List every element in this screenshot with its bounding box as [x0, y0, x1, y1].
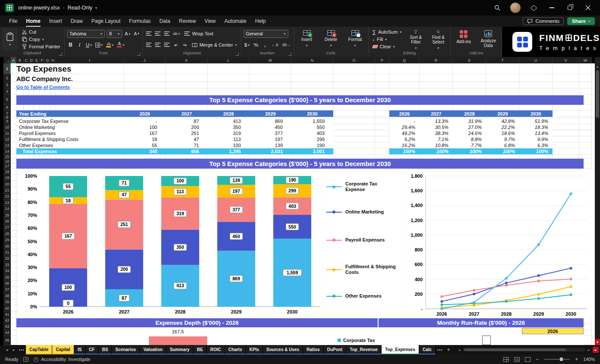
- total-pct-cell[interactable]: 100%: [420, 149, 453, 154]
- number-format-combo[interactable]: General▾: [243, 30, 288, 38]
- row-header-32[interactable]: 32: [3, 256, 11, 262]
- expense-pct-cell[interactable]: 7.1%: [420, 137, 453, 142]
- expense-value-cell[interactable]: 100: [208, 143, 249, 148]
- menu-home[interactable]: Home: [22, 17, 44, 25]
- zoom-level[interactable]: 140%: [583, 357, 595, 362]
- add-sheet-button[interactable]: +: [444, 345, 453, 355]
- row-header-37[interactable]: 37: [3, 287, 11, 293]
- menu-formulas[interactable]: Formulas: [125, 17, 155, 25]
- expense-pct-cell[interactable]: 27.0%: [453, 125, 486, 130]
- column-header-F[interactable]: F: [40, 57, 45, 63]
- accounting-format-button[interactable]: $▾: [243, 41, 251, 49]
- expense-value-cell[interactable]: 55: [124, 143, 166, 148]
- expense-row-label[interactable]: Online Marketing: [16, 125, 124, 130]
- hscroll-track[interactable]: [463, 348, 585, 351]
- expense-value-cell[interactable]: 190: [291, 143, 333, 148]
- delete-cells-button[interactable]: × Delete ▾: [320, 28, 342, 50]
- alignment-dialog-launcher[interactable]: [236, 53, 239, 56]
- row-header-26[interactable]: 26: [3, 218, 11, 224]
- sheet-tab-top-expenses[interactable]: Top_Expenses: [382, 345, 419, 355]
- decrease-font-size-button[interactable]: A▾: [133, 30, 140, 38]
- expense-value-cell[interactable]: 319: [208, 131, 249, 136]
- font-size-combo[interactable]: 8▾: [107, 30, 122, 38]
- tabs-scroll-right-icon[interactable]: ▸: [10, 345, 17, 355]
- column-header-A[interactable]: A: [11, 57, 16, 63]
- row-header-29[interactable]: 29: [3, 237, 11, 243]
- row-header-36[interactable]: 36: [3, 280, 11, 286]
- table-header-year[interactable]: 2029: [249, 111, 291, 116]
- column-header-R[interactable]: R: [420, 57, 453, 63]
- vertical-scrollbar[interactable]: ▴ ▾: [595, 63, 600, 345]
- horizontal-scrollbar[interactable]: ◂ ▸ ▸: [455, 345, 600, 355]
- tabs-overflow-right[interactable]: •••: [436, 345, 444, 355]
- sheet-tab-charts[interactable]: Charts: [225, 345, 246, 355]
- pct-header-year[interactable]: 2030: [519, 111, 553, 116]
- chevron-down-icon[interactable]: ▾: [95, 6, 97, 10]
- underline-button[interactable]: U▾: [85, 41, 93, 49]
- expense-pct-cell[interactable]: 16.2%: [389, 143, 420, 148]
- pct-header-year[interactable]: 2029: [486, 111, 519, 116]
- expense-value-cell[interactable]: 200: [166, 125, 208, 130]
- row-header-45[interactable]: 45: [3, 336, 11, 345]
- expense-pct-cell[interactable]: 13.3%: [420, 119, 453, 124]
- row-header-33[interactable]: 33: [3, 262, 11, 268]
- sheet-tab-top-revenue[interactable]: Top_Revenue: [346, 345, 382, 355]
- sheet-tab-is[interactable]: IS: [74, 345, 85, 355]
- sheet-tab-captable[interactable]: CapTable: [26, 345, 52, 355]
- expense-pct-cell[interactable]: 31.9%: [453, 119, 486, 124]
- sheet-tab-ratios[interactable]: Ratios: [303, 345, 324, 355]
- expense-value-cell[interactable]: 167: [124, 131, 166, 136]
- scroll-down-arrow-icon[interactable]: ▾: [595, 339, 600, 345]
- year-header-cell[interactable]: 2026: [522, 328, 584, 334]
- align-center-button[interactable]: [154, 41, 161, 49]
- expense-pct-cell[interactable]: 42.8%: [486, 119, 519, 124]
- expense-pct-cell[interactable]: 24.6%: [453, 131, 486, 136]
- expense-pct-cell[interactable]: 22.2%: [486, 125, 519, 130]
- align-left-button[interactable]: [145, 41, 152, 49]
- sheet-tab-capital[interactable]: Capital: [52, 345, 74, 355]
- total-row-label[interactable]: Total Expenses: [16, 149, 124, 154]
- expense-pct-cell[interactable]: 6.8%: [486, 143, 519, 148]
- total-value-cell[interactable]: 2,031: [249, 149, 291, 154]
- page-layout-view-icon[interactable]: [514, 357, 520, 362]
- expense-value-cell[interactable]: 1,559: [291, 119, 333, 124]
- toc-link[interactable]: Go to Table of Contents: [16, 85, 70, 90]
- column-header-K[interactable]: K: [166, 57, 208, 63]
- row-header-16[interactable]: 16: [3, 159, 11, 164]
- bold-button[interactable]: B: [67, 41, 74, 49]
- row-header-5[interactable]: 5: [3, 95, 11, 104]
- row-header-22[interactable]: 22: [3, 194, 11, 200]
- column-header-B[interactable]: B: [16, 57, 24, 63]
- restore-button[interactable]: [563, 2, 577, 14]
- align-bottom-button[interactable]: [163, 30, 171, 38]
- clear-button[interactable]: Clear▾: [371, 43, 404, 50]
- scroll-right-accent-icon[interactable]: ▸: [593, 347, 599, 353]
- analyze-data-button[interactable]: Analyze Data: [477, 28, 499, 50]
- expense-value-cell[interactable]: 350: [208, 125, 249, 130]
- menu-file[interactable]: File: [5, 17, 21, 25]
- column-header-V[interactable]: V: [553, 57, 579, 63]
- row-header-40[interactable]: 40: [3, 305, 11, 311]
- expense-value-cell[interactable]: 550: [291, 125, 333, 130]
- sheet-tab-summary[interactable]: Summary: [167, 345, 194, 355]
- find-select-button[interactable]: Find & Select ▾: [428, 28, 448, 50]
- pct-header-year[interactable]: 2026: [389, 111, 420, 116]
- document-mode-badge[interactable]: Read-Only: [67, 5, 92, 11]
- insert-cells-button[interactable]: + Insert ▾: [296, 28, 318, 50]
- row-header-23[interactable]: 23: [3, 200, 11, 206]
- sheet-tab-valuation[interactable]: Valuation: [140, 345, 166, 355]
- font-name-combo[interactable]: Tahoma▾: [67, 30, 105, 38]
- table-header-year[interactable]: 2028: [208, 111, 249, 116]
- expense-value-cell[interactable]: 47: [166, 137, 208, 142]
- expense-value-cell[interactable]: 18: [124, 137, 166, 142]
- expense-pct-cell[interactable]: 8.8%: [453, 137, 486, 142]
- tabs-overflow-left[interactable]: •••: [17, 345, 26, 355]
- normal-view-icon[interactable]: [503, 357, 509, 362]
- expense-pct-cell[interactable]: 10.8%: [420, 143, 453, 148]
- expense-pct-cell[interactable]: 29.4%: [389, 125, 420, 130]
- macro-record-icon[interactable]: [23, 357, 28, 362]
- expense-value-cell[interactable]: -: [124, 119, 166, 124]
- expense-value-cell[interactable]: 377: [249, 131, 291, 136]
- row-header-10[interactable]: 10: [3, 124, 11, 130]
- row-header-42[interactable]: 42: [3, 318, 11, 324]
